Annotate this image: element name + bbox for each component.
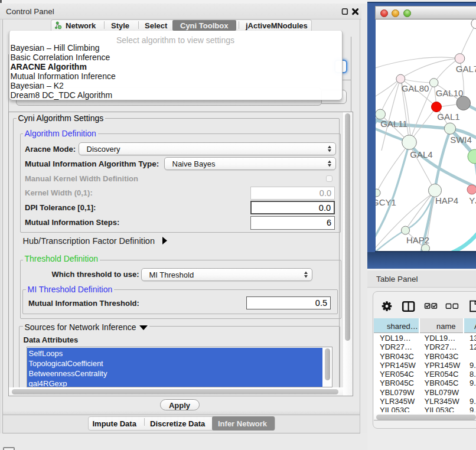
svg-text:GAL80: GAL80 — [401, 83, 429, 93]
svg-text:HAP2: HAP2 — [406, 235, 429, 245]
svg-text:GCY1: GCY1 — [376, 197, 396, 207]
svg-text:YJ: YJ — [469, 195, 476, 206]
svg-text:GAL1: GAL1 — [437, 112, 459, 122]
svg-text:HAP4: HAP4 — [435, 195, 458, 206]
svg-text:GAL11: GAL11 — [380, 119, 407, 129]
svg-text:GAL4: GAL4 — [410, 149, 432, 159]
svg-text:GAL10: GAL10 — [435, 88, 463, 98]
svg-text:SWI4: SWI4 — [450, 135, 472, 145]
svg-text:GAL7: GAL7 — [455, 64, 476, 74]
